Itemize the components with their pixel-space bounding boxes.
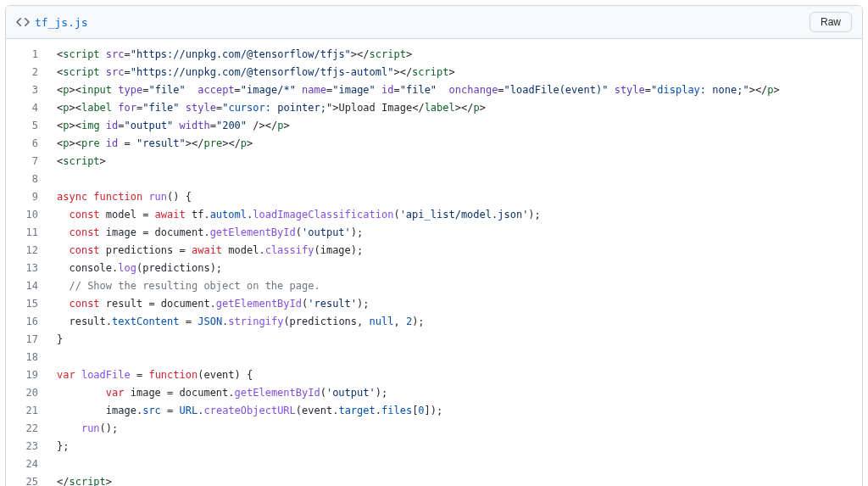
- code-line: var loadFile = function(event) {: [48, 366, 862, 384]
- code-content[interactable]: <script src="https://unpkg.com/@tensorfl…: [48, 39, 862, 486]
- code-line: const image = document.getElementById('o…: [48, 224, 862, 242]
- code-area: 1234567891011121314151617181920212223242…: [6, 39, 862, 486]
- code-line: </script>: [48, 473, 862, 486]
- line-number[interactable]: 10: [6, 206, 48, 224]
- code-line: <p><pre id = "result"></pre></p>: [48, 135, 862, 153]
- code-line: [48, 349, 862, 366]
- code-line: const result = document.getElementById('…: [48, 295, 862, 313]
- file-header: tf_js.js Raw: [6, 6, 862, 39]
- code-line: // Show the resulting object on the page…: [48, 277, 862, 295]
- line-number[interactable]: 4: [6, 99, 48, 117]
- code-line: image.src = URL.createObjectURL(event.ta…: [48, 402, 862, 420]
- line-number[interactable]: 15: [6, 295, 48, 313]
- line-number[interactable]: 2: [6, 64, 48, 81]
- line-number[interactable]: 20: [6, 384, 48, 402]
- code-line: };: [48, 438, 862, 455]
- raw-button[interactable]: Raw: [810, 12, 852, 32]
- code-line: console.log(predictions);: [48, 260, 862, 277]
- line-number[interactable]: 1: [6, 46, 48, 64]
- file-header-left: tf_js.js: [16, 15, 88, 29]
- code-line: const model = await tf.automl.loadImageC…: [48, 206, 862, 224]
- file-box: tf_js.js Raw 123456789101112131415161718…: [5, 5, 863, 486]
- code-line: var image = document.getElementById('out…: [48, 384, 862, 402]
- line-number[interactable]: 21: [6, 402, 48, 420]
- line-number[interactable]: 9: [6, 188, 48, 206]
- line-number-gutter: 1234567891011121314151617181920212223242…: [6, 39, 48, 486]
- file-name-link[interactable]: tf_js.js: [35, 16, 88, 29]
- line-number[interactable]: 7: [6, 153, 48, 170]
- code-line: <script src="https://unpkg.com/@tensorfl…: [48, 46, 862, 64]
- code-line: <p><img id="output" width="200" /></p>: [48, 117, 862, 135]
- line-number[interactable]: 6: [6, 135, 48, 153]
- line-number[interactable]: 8: [6, 170, 48, 188]
- line-number[interactable]: 3: [6, 81, 48, 99]
- code-line: }: [48, 331, 862, 349]
- code-line: [48, 455, 862, 473]
- line-number[interactable]: 18: [6, 349, 48, 366]
- line-number[interactable]: 19: [6, 366, 48, 384]
- line-number[interactable]: 14: [6, 277, 48, 295]
- code-line: result.textContent = JSON.stringify(pred…: [48, 313, 862, 331]
- code-line: const predictions = await model.classify…: [48, 242, 862, 260]
- code-line: [48, 170, 862, 188]
- line-number[interactable]: 22: [6, 420, 48, 438]
- line-number[interactable]: 25: [6, 473, 48, 486]
- line-number[interactable]: 24: [6, 455, 48, 473]
- code-line: run();: [48, 420, 862, 438]
- code-file-icon: [16, 15, 30, 29]
- code-line: async function run() {: [48, 188, 862, 206]
- line-number[interactable]: 17: [6, 331, 48, 349]
- line-number[interactable]: 23: [6, 438, 48, 455]
- line-number[interactable]: 5: [6, 117, 48, 135]
- code-line: <script src="https://unpkg.com/@tensorfl…: [48, 64, 862, 81]
- line-number[interactable]: 16: [6, 313, 48, 331]
- code-line: <p><label for="file" style="cursor: poin…: [48, 99, 862, 117]
- line-number[interactable]: 13: [6, 260, 48, 277]
- line-number[interactable]: 11: [6, 224, 48, 242]
- code-line: <p><input type="file" accept="image/*" n…: [48, 81, 862, 99]
- code-line: <script>: [48, 153, 862, 170]
- line-number[interactable]: 12: [6, 242, 48, 260]
